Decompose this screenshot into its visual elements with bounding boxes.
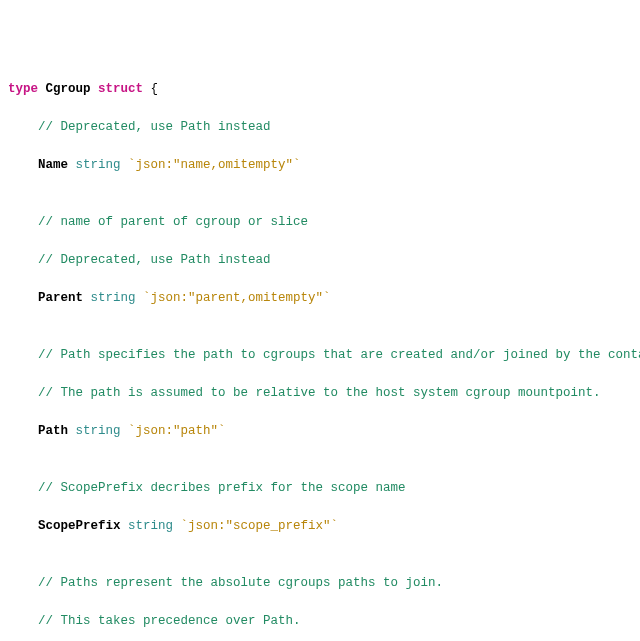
code-line: // Deprecated, use Path instead [8,118,632,137]
json-tag: `json:"path"` [128,424,226,438]
comment: // Paths represent the absolute cgroups … [38,576,443,590]
keyword-type: type [8,82,38,96]
comment: // ScopePrefix decribes prefix for the s… [38,481,406,495]
code-line: // name of parent of cgroup or slice [8,213,632,232]
comment: // Path specifies the path to cgroups th… [38,348,640,362]
code-line: Name string `json:"name,omitempty"` [8,156,632,175]
ident-cgroup: Cgroup [46,82,91,96]
json-tag: `json:"scope_prefix"` [181,519,339,533]
code-line: // This takes precedence over Path. [8,612,632,631]
field-name: Name [38,158,68,172]
code-line: // The path is assumed to be relative to… [8,384,632,403]
type-string: string [76,158,121,172]
comment: // Deprecated, use Path instead [38,253,271,267]
comment: // Deprecated, use Path instead [38,120,271,134]
comment: // The path is assumed to be relative to… [38,386,601,400]
field-parent: Parent [38,291,83,305]
code-line: // ScopePrefix decribes prefix for the s… [8,479,632,498]
type-string: string [91,291,136,305]
keyword-struct: struct [98,82,143,96]
field-path: Path [38,424,68,438]
comment: // This takes precedence over Path. [38,614,301,628]
code-line: // Paths represent the absolute cgroups … [8,574,632,593]
field-scopeprefix: ScopePrefix [38,519,121,533]
code-line: ScopePrefix string `json:"scope_prefix"` [8,517,632,536]
json-tag: `json:"parent,omitempty"` [143,291,331,305]
type-string: string [128,519,173,533]
comment: // name of parent of cgroup or slice [38,215,308,229]
type-string: string [76,424,121,438]
json-tag: `json:"name,omitempty"` [128,158,301,172]
code-line: Path string `json:"path"` [8,422,632,441]
code-line: Parent string `json:"parent,omitempty"` [8,289,632,308]
code-line: // Path specifies the path to cgroups th… [8,346,632,365]
code-line: // Deprecated, use Path instead [8,251,632,270]
code-line: type Cgroup struct { [8,80,632,99]
brace-open: { [151,82,159,96]
